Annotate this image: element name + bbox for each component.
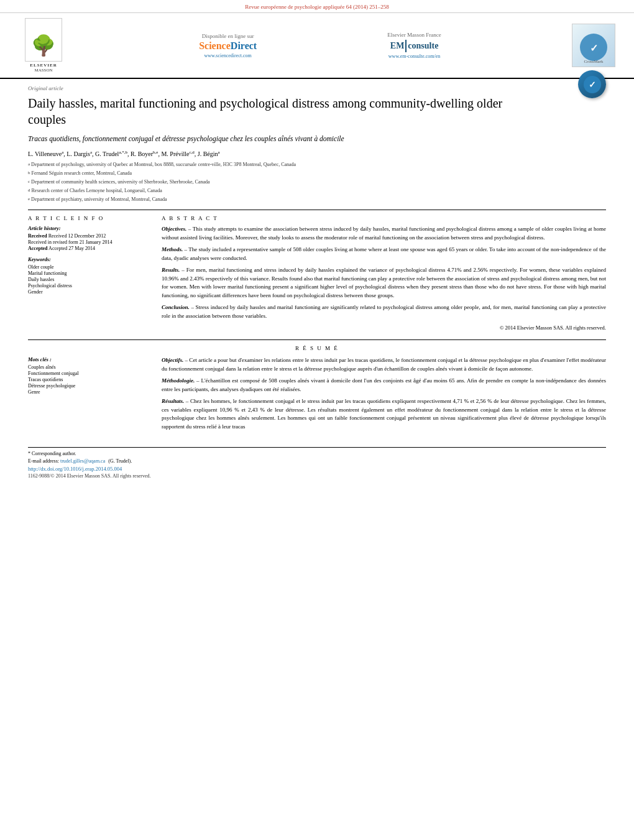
mot-cle-1: Couples aînés: [28, 364, 149, 370]
disponible-label: Disponible en ligne sur: [202, 33, 254, 39]
keyword-2: Marital functioning: [28, 270, 149, 276]
article-content: Original article Daily hassles, marital …: [0, 79, 634, 485]
objectives-text: – This study attempts to examine the ass…: [162, 226, 606, 241]
article-history-label: Article history:: [28, 225, 149, 231]
article-info-column: A R T I C L E I N F O Article history: R…: [28, 215, 149, 332]
masson-label: MASSON: [34, 68, 52, 73]
original-article-label: Original article: [28, 85, 606, 91]
resultats-label: Résultats.: [162, 398, 184, 404]
abstract-objectives: Objectives. – This study attempts to exa…: [162, 225, 606, 242]
conclusion-text: – Stress induced by daily hassles and ma…: [162, 304, 606, 319]
elsevier-masson-logo: 🌳 ELSEVIER MASSON: [19, 18, 68, 73]
resultats-text: – Chez les hommes, le fonctionnement con…: [162, 398, 606, 430]
email-name: (G. Trudel).: [108, 458, 132, 464]
em-consulte-area: Elsevier Masson France EM consulte www.e…: [387, 32, 441, 59]
resume-left-column: Mots clés : Couples aînés Fonctionnement…: [28, 356, 149, 435]
journal-bar: Revue européenne de psychologie appliqué…: [0, 0, 634, 13]
svg-text:✓: ✓: [589, 43, 597, 53]
received-date-value: Received 12 December 2012: [48, 233, 106, 239]
affiliation-e: e Department of psychiatry, university o…: [28, 196, 606, 204]
mot-cle-2: Fonctionnement conjugal: [28, 371, 149, 376]
affiliation-a: a Department of psychology, university o…: [28, 161, 606, 169]
journal-title: Revue européenne de psychologie appliqué…: [245, 4, 389, 10]
svg-text:✓: ✓: [589, 80, 596, 90]
abstract-conclusion: Conclusion. – Stress induced by daily ha…: [162, 303, 606, 320]
article-title: Daily hassles, marital functioning and p…: [28, 95, 513, 127]
divider-after-affiliations: [28, 210, 606, 210]
crossref-logo-header: ✓ CrossMark: [572, 24, 615, 67]
received-date: Received Received 12 December 2012: [28, 233, 149, 239]
affiliations: a Department of psychology, university o…: [28, 161, 606, 203]
article-body-columns: A R T I C L E I N F O Article history: R…: [28, 215, 606, 332]
author-villeneuve: L. Villeneuve: [28, 150, 62, 157]
copyright: © 2014 Elsevier Masson SAS. All rights r…: [162, 324, 606, 332]
sciencedirect-area: Disponible en ligne sur ScienceDirect ww…: [199, 33, 257, 58]
sciencedirect-url[interactable]: www.sciencedirect.com: [204, 53, 252, 58]
results-label: Results.: [162, 267, 180, 273]
tree-icon: 🌳: [31, 34, 56, 57]
author-boyer: R. Boyer: [131, 150, 153, 157]
affiliation-b-text: Fernand Séguin research center, Montreal…: [32, 170, 132, 178]
mot-cle-3: Tracas quotidiens: [28, 377, 149, 382]
methodologie-label: Méthodologie.: [162, 377, 195, 384]
mot-cle-4: Détresse psychologique: [28, 383, 149, 389]
author-trudel: G. Trudel: [95, 150, 119, 157]
em-bar: [405, 40, 407, 52]
sciencedirect-logo: ScienceDirect: [199, 40, 257, 52]
resume-methodologie: Méthodologie. – L'échantillon est compos…: [162, 377, 606, 394]
footer-section: * Corresponding author. E-mail address: …: [28, 447, 606, 479]
affiliation-c-text: Department of community health sciences,…: [31, 178, 209, 187]
email-label: E-mail address:: [28, 458, 59, 464]
affiliation-d-text: Research center of Charles Lemoyne hospi…: [32, 187, 162, 195]
authors: L. Villeneuvea, L. Dargisa, G. Trudela,*…: [28, 150, 606, 157]
objectifs-label: Objectifs.: [162, 357, 183, 363]
crossref-svg: ✓ CrossMark: [577, 25, 611, 66]
author-begin: J. Bégin: [198, 150, 218, 157]
affiliation-d: d Research center of Charles Lemoyne hos…: [28, 187, 606, 195]
received-revised-date: Received in revised form 21 January 2014: [28, 239, 149, 245]
received-revised-value: 21 January 2014: [80, 239, 113, 245]
corresponding-label: * Corresponding author.: [28, 451, 606, 456]
author-dargis: L. Dargis: [67, 150, 90, 157]
objectifs-text: – Cet article a pour but d'examiner les …: [162, 357, 606, 372]
accepted-date: Accepted Accepted 27 May 2014: [28, 246, 149, 251]
conclusion-label: Conclusion.: [162, 304, 190, 310]
author-preville: M. Préville: [161, 150, 189, 157]
em-consulte-url[interactable]: www.em-consulte.com/en: [388, 53, 440, 59]
abstract-column: A B S T R A C T Objectives. – This study…: [162, 215, 606, 332]
methods-label: Methods.: [162, 246, 183, 252]
article-title-fr: Tracas quotidiens, fonctionnement conjug…: [28, 134, 606, 144]
keyword-1: Older couple: [28, 264, 149, 270]
affiliation-b: b Fernand Séguin research center, Montre…: [28, 170, 606, 178]
crossmark-badge-container: ✓: [578, 70, 606, 98]
mot-cle-5: Genre: [28, 389, 149, 395]
methodologie-text: – L'échantillon est composé de 508 coupl…: [162, 377, 606, 392]
abstract-methods: Methods. – The study included a represen…: [162, 246, 606, 262]
em-consulte-logo: EM consulte: [390, 40, 439, 52]
resume-right-column: Objectifs. – Cet article a pour but d'ex…: [162, 356, 606, 435]
resume-header: R É S U M É: [28, 345, 606, 351]
resume-columns: Mots clés : Couples aînés Fonctionnement…: [28, 356, 606, 435]
crossmark-badge[interactable]: ✓: [578, 70, 606, 98]
methods-text: – The study included a representative sa…: [162, 246, 606, 261]
email-address[interactable]: trudel.gilles@uqam.ca: [60, 458, 105, 464]
keyword-5: Gender: [28, 289, 149, 295]
affiliation-e-text: Department of psychiatry, university of …: [31, 196, 167, 204]
accepted-date-value: Accepted 27 May 2014: [48, 246, 95, 251]
abstract-text: Objectives. – This study attempts to exa…: [162, 225, 606, 332]
abstract-header: A B S T R A C T: [162, 215, 606, 221]
crossmark-icon: ✓: [583, 75, 602, 94]
results-text: – For men, marital functioning and stres…: [162, 267, 606, 298]
doi-link[interactable]: http://dx.doi.org/10.1016/j.erap.2014.05…: [28, 466, 606, 472]
objectives-label: Objectives.: [162, 226, 186, 232]
elsevier-label: ELSEVIER: [30, 63, 57, 68]
keywords-label: Keywords:: [28, 256, 149, 262]
divider-before-resume: [28, 339, 606, 340]
elsevier-masson-france-label: Elsevier Masson France: [387, 32, 441, 38]
affiliation-a-text: Department of psychology, university of …: [31, 161, 296, 169]
resume-resultats: Résultats. – Chez les hommes, le fonctio…: [162, 397, 606, 431]
resume-section: R É S U M É Mots clés : Couples aînés Fo…: [28, 339, 606, 435]
header-logos: 🌳 ELSEVIER MASSON Disponible en ligne su…: [0, 13, 634, 79]
resume-text: Objectifs. – Cet article a pour but d'ex…: [162, 356, 606, 431]
issn-line: 1162-9088/© 2014 Elsevier Masson SAS. Al…: [28, 473, 606, 479]
